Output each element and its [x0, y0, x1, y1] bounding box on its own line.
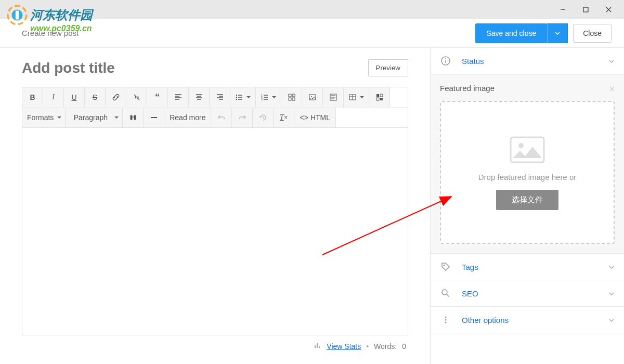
svg-point-28 — [445, 317, 447, 318]
svg-rect-10 — [289, 94, 291, 97]
svg-point-15 — [311, 96, 312, 97]
svg-rect-24 — [511, 137, 544, 162]
featured-title: Featured image — [440, 84, 615, 93]
numbered-list-button[interactable]: 123 — [256, 87, 281, 107]
words-count: 0 — [402, 342, 406, 350]
other-options-panel[interactable]: Other options — [431, 307, 624, 333]
paragraph-select[interactable]: Paragraph — [66, 108, 123, 127]
svg-rect-12 — [289, 98, 291, 100]
align-left-button[interactable] — [168, 87, 189, 107]
strikethrough-button[interactable]: S — [85, 87, 106, 107]
bullet-list-button[interactable] — [230, 87, 256, 107]
table-button[interactable] — [344, 87, 369, 107]
svg-point-5 — [236, 97, 237, 98]
hr-button[interactable] — [144, 108, 164, 127]
tags-label: Tags — [462, 263, 608, 271]
readmore-button[interactable]: Read more — [164, 108, 211, 127]
bold-button[interactable]: B — [22, 87, 43, 107]
search-icon — [440, 288, 451, 299]
svg-rect-18 — [376, 94, 379, 97]
svg-point-30 — [445, 322, 447, 323]
editor-toolbar: B I U S “ 123 Formats Paragraph — [22, 87, 408, 128]
chevron-down-icon — [608, 263, 615, 271]
close-icon[interactable]: × — [609, 84, 615, 95]
svg-rect-11 — [292, 94, 295, 97]
redo-button[interactable] — [232, 108, 253, 127]
seo-label: SEO — [462, 289, 608, 298]
sidebar: Status Featured image × Drop featured im… — [431, 48, 624, 364]
svg-point-25 — [518, 143, 524, 148]
dots-icon — [440, 314, 451, 326]
svg-point-27 — [442, 290, 447, 295]
svg-rect-19 — [380, 94, 383, 97]
preview-button[interactable]: Preview — [368, 59, 408, 76]
chevron-down-icon — [608, 316, 615, 324]
stats-icon — [314, 342, 321, 350]
close-button[interactable]: Close — [573, 24, 612, 43]
status-label: Status — [462, 57, 608, 66]
html-button[interactable]: <>HTML — [294, 108, 336, 127]
top-toolbar: Create new post Save and close Close — [0, 19, 624, 48]
underline-button[interactable]: U — [64, 87, 85, 107]
svg-point-26 — [444, 265, 445, 266]
svg-text:3: 3 — [261, 98, 263, 101]
svg-rect-20 — [376, 98, 379, 100]
module-button[interactable] — [281, 87, 302, 107]
featured-image-panel: Featured image × Drop featured image her… — [431, 74, 624, 254]
align-center-button[interactable] — [189, 87, 210, 107]
other-label: Other options — [462, 316, 608, 324]
svg-rect-21 — [380, 98, 383, 100]
save-dropdown-button[interactable] — [547, 23, 568, 43]
content-editor[interactable] — [22, 128, 408, 335]
save-and-close-button[interactable]: Save and close — [475, 23, 547, 43]
window-close-icon[interactable] — [597, 1, 620, 18]
words-label: Words: — [374, 342, 397, 350]
align-right-button[interactable] — [210, 87, 230, 107]
separator: • — [366, 342, 369, 350]
view-stats-link[interactable]: View Stats — [327, 342, 361, 350]
chevron-down-icon — [608, 57, 615, 65]
select-file-button[interactable]: 选择文件 — [496, 190, 558, 210]
svg-point-23 — [445, 58, 446, 59]
chevron-down-icon — [608, 289, 615, 297]
window-titlebar — [0, 0, 624, 19]
svg-rect-3 — [583, 7, 588, 12]
clear-format-button[interactable]: T✕ — [274, 108, 294, 127]
drop-text: Drop featured image here or — [478, 173, 576, 181]
history-button[interactable] — [253, 108, 274, 127]
page-title: Create new post — [22, 29, 475, 37]
article-button[interactable] — [323, 87, 344, 107]
tags-panel[interactable]: Tags — [431, 254, 624, 280]
status-panel[interactable]: Status — [431, 48, 624, 74]
unlink-button[interactable] — [126, 87, 147, 107]
image-button[interactable] — [302, 87, 323, 107]
svg-point-6 — [236, 99, 237, 100]
image-placeholder-icon — [509, 135, 546, 164]
minimize-icon[interactable] — [551, 1, 574, 18]
seo-panel[interactable]: SEO — [431, 280, 624, 307]
maximize-icon[interactable] — [574, 1, 597, 18]
editor-pane: Preview B I U S “ 123 — [0, 48, 431, 364]
link-button[interactable] — [106, 87, 126, 107]
editor-footer: View Stats • Words: 0 — [22, 335, 408, 357]
svg-point-4 — [236, 95, 237, 96]
italic-button[interactable]: I — [43, 87, 64, 107]
quote-button[interactable]: “ — [147, 87, 168, 107]
info-icon — [440, 55, 451, 67]
svg-point-29 — [445, 319, 447, 321]
binoculars-button[interactable] — [123, 108, 144, 127]
featured-dropzone[interactable]: Drop featured image here or 选择文件 — [440, 101, 615, 244]
formats-select[interactable]: Formats — [22, 108, 66, 127]
svg-rect-13 — [292, 98, 295, 100]
toggle-button[interactable] — [369, 87, 390, 107]
post-title-input[interactable] — [22, 60, 368, 76]
tag-icon — [440, 261, 451, 272]
undo-button[interactable] — [211, 108, 232, 127]
